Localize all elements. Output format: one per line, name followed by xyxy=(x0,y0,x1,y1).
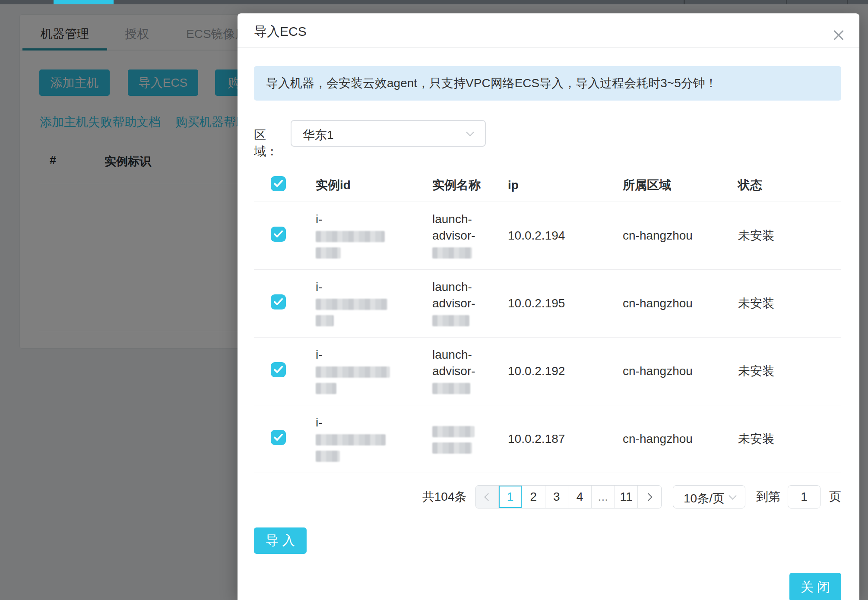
table-row: i-launch-advisor-10.0.2.195cn-hangzhou未安… xyxy=(254,270,841,338)
instance-name-cell: launch-advisor- xyxy=(432,347,508,396)
table-row: i-launch-advisor-10.0.2.192cn-hangzhou未安… xyxy=(254,338,841,405)
row-checkbox[interactable] xyxy=(271,294,286,309)
page-button-1[interactable]: 1 xyxy=(499,486,522,508)
top-nav-active-tab-indicator xyxy=(54,0,114,4)
ip-cell: 10.0.2.192 xyxy=(508,364,623,378)
status-cell: 未安装 xyxy=(738,295,841,312)
column-zone: 所属区域 xyxy=(623,177,738,193)
page-size-value: 10条/页 xyxy=(684,490,725,507)
row-checkbox[interactable] xyxy=(271,227,286,242)
region-select-value: 华东1 xyxy=(303,127,334,143)
chevron-down-icon xyxy=(466,128,474,136)
zone-cell: cn-hangzhou xyxy=(623,364,738,378)
column-status: 状态 xyxy=(738,177,841,193)
page-button-3[interactable]: 3 xyxy=(545,486,569,508)
region-label: 区域： xyxy=(254,127,278,160)
top-nav-separator xyxy=(847,0,848,4)
next-page-button[interactable] xyxy=(638,486,661,508)
redacted-text xyxy=(432,383,470,394)
ip-cell: 10.0.2.187 xyxy=(508,432,623,446)
info-banner: 导入机器，会安装云效agent，只支持VPC网络ECS导入，导入过程会耗时3~5… xyxy=(254,66,841,101)
instance-name-cell: launch-advisor- xyxy=(432,279,508,328)
page-button-4[interactable]: 4 xyxy=(568,486,592,508)
total-count: 共104条 xyxy=(422,489,467,505)
top-nav-separator xyxy=(786,0,787,4)
close-icon[interactable] xyxy=(833,29,845,41)
zone-cell: cn-hangzhou xyxy=(623,432,738,446)
status-cell: 未安装 xyxy=(738,363,841,379)
prev-page-button xyxy=(476,486,499,508)
import-button[interactable]: 导 入 xyxy=(254,527,307,554)
ip-cell: 10.0.2.194 xyxy=(508,229,623,243)
column-instance-name: 实例名称 xyxy=(432,177,508,193)
region-select[interactable]: 华东1 xyxy=(291,120,486,147)
row-checkbox[interactable] xyxy=(271,362,286,377)
ecs-table-body: i-launch-advisor-10.0.2.194cn-hangzhou未安… xyxy=(254,202,841,473)
instance-id-cell: i- xyxy=(316,347,432,396)
redacted-text xyxy=(316,247,341,259)
redacted-text xyxy=(316,299,387,310)
column-instance-id: 实例id xyxy=(316,177,432,193)
ip-cell: 10.0.2.195 xyxy=(508,297,623,310)
status-cell: 未安装 xyxy=(738,227,841,244)
redacted-text xyxy=(432,426,475,437)
redacted-text xyxy=(316,434,386,445)
chevron-right-icon xyxy=(644,493,652,501)
zone-cell: cn-hangzhou xyxy=(623,229,738,243)
redacted-text xyxy=(316,366,390,378)
table-row: i-10.0.2.187cn-hangzhou未安装 xyxy=(254,405,841,473)
dialog-title: 导入ECS xyxy=(254,23,307,41)
chevron-left-icon xyxy=(484,493,492,501)
close-button[interactable]: 关 闭 xyxy=(789,573,841,600)
instance-id-cell: i- xyxy=(316,211,432,260)
ecs-table-header: 实例id 实例名称 ip 所属区域 状态 xyxy=(254,168,841,202)
table-row: i-launch-advisor-10.0.2.194cn-hangzhou未安… xyxy=(254,202,841,270)
top-nav-bar xyxy=(0,0,868,4)
redacted-text xyxy=(316,451,340,462)
redacted-text xyxy=(316,231,385,242)
zone-cell: cn-hangzhou xyxy=(623,297,738,310)
page-ellipsis: ... xyxy=(592,486,615,508)
import-ecs-dialog: 导入ECS 导入机器，会安装云效agent，只支持VPC网络ECS导入，导入过程… xyxy=(238,13,859,600)
page-size-select[interactable]: 10条/页 xyxy=(673,485,745,508)
instance-name-cell xyxy=(432,423,508,455)
instance-id-cell: i- xyxy=(316,414,432,464)
redacted-text xyxy=(432,315,469,326)
goto-page-label: 到第 xyxy=(756,489,780,505)
page-button-2[interactable]: 2 xyxy=(522,486,545,508)
redacted-text xyxy=(316,315,334,326)
row-checkbox[interactable] xyxy=(271,430,286,445)
dialog-header: 导入ECS xyxy=(238,13,859,48)
redacted-text xyxy=(432,442,472,454)
chevron-down-icon xyxy=(729,492,736,499)
select-all-checkbox[interactable] xyxy=(271,176,286,191)
redacted-text xyxy=(432,247,472,259)
goto-page-input[interactable] xyxy=(788,485,820,508)
pager: 1234...11 xyxy=(475,485,662,508)
instance-id-cell: i- xyxy=(316,279,432,328)
ecs-table: 实例id 实例名称 ip 所属区域 状态 i-launch-advisor-10… xyxy=(254,168,841,473)
column-ip: ip xyxy=(508,178,623,192)
page-button-11[interactable]: 11 xyxy=(615,486,638,508)
goto-page-suffix: 页 xyxy=(829,489,841,505)
redacted-text xyxy=(316,383,336,394)
status-cell: 未安装 xyxy=(738,431,841,447)
info-banner-text: 导入机器，会安装云效agent，只支持VPC网络ECS导入，导入过程会耗时3~5… xyxy=(266,75,717,92)
pagination-bar: 共104条 1234...11 10条/页 到第 页 xyxy=(254,485,841,508)
top-nav-separator xyxy=(684,0,685,4)
instance-name-cell: launch-advisor- xyxy=(432,211,508,260)
